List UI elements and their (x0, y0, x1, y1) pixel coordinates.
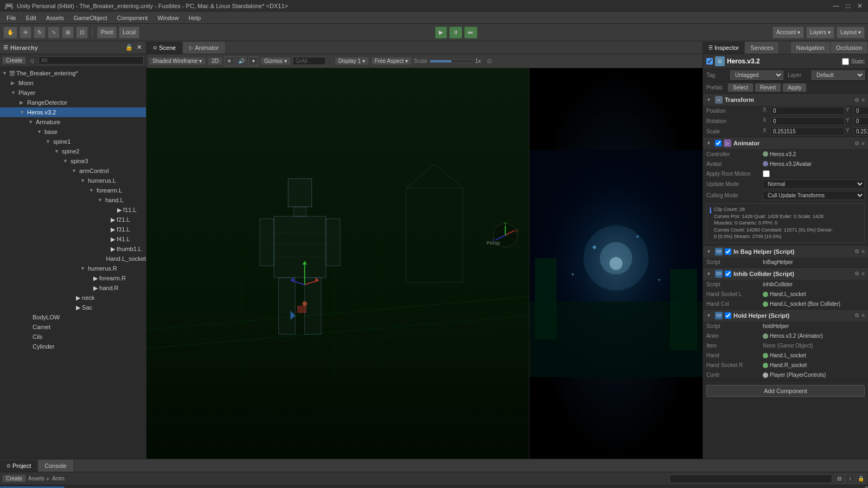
navigation-tab[interactable]: Navigation (791, 42, 831, 54)
hh-checkbox[interactable] (725, 312, 731, 319)
hierarchy-create-btn[interactable]: Create (2, 56, 26, 65)
tree-item-f11l[interactable]: ▶ ▶ f11.L (0, 205, 146, 215)
play-button[interactable]: ▶ (435, 27, 447, 38)
menu-help[interactable]: Help (184, 14, 205, 22)
tree-item-handr[interactable]: ▶ hand.R (0, 283, 146, 293)
tree-item-base[interactable]: ▼ base (0, 127, 146, 137)
tree-item-f31l[interactable]: ▶ f31.L (0, 224, 146, 234)
menu-assets[interactable]: Assets (42, 14, 68, 22)
aspect-dropdown[interactable]: Free Aspect ▾ (371, 57, 412, 65)
bottom-search-input[interactable] (669, 474, 832, 483)
ic-checkbox[interactable] (725, 271, 731, 277)
tree-item-bodyl[interactable]: BodyLOW (0, 312, 146, 322)
bottom-scrollbar-thumb[interactable] (865, 486, 868, 488)
scene-viewport[interactable]: X Y Z Persp (146, 68, 529, 459)
tree-item-scene[interactable]: ▼ 🎬 The_Breaker_entering* (0, 68, 146, 78)
gizmos-dropdown[interactable]: Gizmos ▾ (260, 57, 291, 65)
close-button[interactable]: ✕ (856, 2, 864, 10)
inspector-tab[interactable]: ☰ Inspector (703, 42, 745, 54)
display-dropdown[interactable]: Display 1 ▾ (335, 57, 369, 65)
pos-y[interactable] (853, 107, 868, 115)
services-tab[interactable]: Services (745, 42, 779, 54)
tree-item-cils[interactable]: Cils (0, 332, 146, 342)
scene-search[interactable]: GrAll (293, 57, 326, 65)
scene-tab[interactable]: ⊙ Scene (146, 42, 183, 54)
tree-item-rangedetector[interactable]: ▶ RangeDetector (0, 98, 146, 107)
menu-edit[interactable]: Edit (22, 14, 41, 22)
toolbar-rect[interactable]: ⊞ (62, 27, 74, 38)
console-tab[interactable]: Console (38, 460, 73, 472)
menu-window[interactable]: Window (153, 14, 183, 22)
ibh-settings[interactable]: ⚙ (854, 248, 859, 254)
tree-item-neck[interactable]: ▶ neck (0, 293, 146, 303)
toolbar-move[interactable]: ✛ (20, 27, 31, 38)
tree-item-cylinder[interactable]: Cylinder (0, 342, 146, 351)
shading-dropdown[interactable]: Shaded Wireframe ▾ (149, 57, 206, 65)
layout-dropdown[interactable]: Layout ▾ (837, 27, 865, 38)
layers-dropdown[interactable]: Layers ▾ (806, 27, 834, 38)
static-checkbox[interactable] (842, 58, 849, 65)
animator-tab[interactable]: ▷ Animator (183, 42, 226, 54)
maximize-button[interactable]: □ (844, 2, 852, 10)
tree-item-player[interactable]: ▼ Player (0, 88, 146, 98)
toolbar-transform[interactable]: ⊡ (76, 27, 88, 38)
step-button[interactable]: ⏭ (464, 27, 477, 38)
culling-mode-select[interactable]: Cull Update Transforms (763, 191, 865, 200)
tree-item-sac[interactable]: ▶ Sac (0, 303, 146, 312)
local-button[interactable]: Local (119, 27, 139, 38)
bottom-scrollbar[interactable] (864, 485, 868, 488)
sort-btn[interactable]: ↕ (845, 474, 855, 484)
hh-settings[interactable]: ⚙ (854, 312, 859, 318)
inhib-collider-header[interactable]: ▼ C# Inhib Collider (Script) ⚙ ≡ (703, 268, 868, 280)
rot-y[interactable] (853, 117, 868, 125)
tree-item-spine1[interactable]: ▼ spine1 (0, 137, 146, 146)
tree-item-armature[interactable]: ▼ Armature (0, 117, 146, 127)
animator-header[interactable]: ▼ ▷ Animator ⚙ ≡ (703, 137, 868, 149)
tree-item-heros[interactable]: ▼ Heros.v3.2 (0, 107, 146, 117)
obj-active-checkbox[interactable] (706, 58, 713, 65)
lighting-btn[interactable]: ☀ (225, 56, 234, 66)
game-viewport[interactable] (529, 68, 703, 459)
lock-btn[interactable]: 🔒 (856, 474, 866, 484)
tree-item-f41l[interactable]: ▶ f41.L (0, 234, 146, 244)
tree-item-forearmr[interactable]: ▶ forearm.R (0, 273, 146, 283)
scale-y[interactable] (853, 127, 868, 136)
account-dropdown[interactable]: Account ▾ (773, 27, 804, 38)
add-component-button[interactable]: Add Component (706, 385, 865, 397)
tree-item-handl[interactable]: ▼ hand.L (0, 195, 146, 205)
tree-item-armcontrol[interactable]: ▼ armControl (0, 166, 146, 176)
ibh-menu[interactable]: ≡ (861, 248, 865, 254)
tree-item-humerusl[interactable]: ▼ humerus.L (0, 176, 146, 185)
occlusion-tab[interactable]: Occlusion (831, 42, 868, 54)
ibh-checkbox[interactable] (725, 248, 731, 255)
minimize-button[interactable]: — (832, 2, 840, 10)
project-tab[interactable]: ⊙ Project (0, 460, 38, 472)
in-bag-helper-header[interactable]: ▼ C# In Bag Helper (Script) ⚙ ≡ (703, 246, 868, 258)
animator-checkbox[interactable] (715, 140, 722, 146)
rot-x[interactable] (770, 117, 845, 125)
filter-btn[interactable]: ⊟ (834, 474, 844, 484)
fx-btn[interactable]: ✦ (248, 56, 258, 66)
audio-btn[interactable]: 🔊 (237, 56, 246, 66)
toolbar-rotate[interactable]: ↻ (34, 27, 46, 38)
apply-button[interactable]: Apply (783, 84, 806, 92)
pivot-button[interactable]: Pivot (97, 27, 117, 38)
pause-button[interactable]: ⏸ (449, 27, 462, 38)
tag-dropdown[interactable]: Untagged (730, 70, 783, 80)
tree-item-handlsocket[interactable]: Hand.L_socket (0, 254, 146, 264)
transform-header[interactable]: ▼ ↔ Transform ⚙ ≡ (703, 94, 868, 106)
bottom-create-btn[interactable]: Create (2, 474, 26, 483)
hierarchy-lock[interactable]: 🔒 (125, 44, 133, 52)
ic-settings[interactable]: ⚙ (854, 271, 859, 277)
apply-root-motion-checkbox[interactable] (763, 170, 770, 177)
tree-item-moon[interactable]: ▶ Moon (0, 78, 146, 88)
revert-button[interactable]: Revert (755, 84, 781, 92)
pos-x[interactable] (770, 107, 845, 115)
select-button[interactable]: Select (728, 84, 753, 92)
hh-menu[interactable]: ≡ (861, 312, 865, 318)
transform-settings[interactable]: ⚙ (854, 97, 859, 103)
toolbar-hand[interactable]: ✋ (3, 27, 17, 38)
animator-menu[interactable]: ≡ (861, 140, 865, 146)
hold-helper-header[interactable]: ▼ C# Hold Helper (Script) ⚙ ≡ (703, 310, 868, 322)
maximize-panel[interactable]: ⊡ (487, 58, 492, 64)
